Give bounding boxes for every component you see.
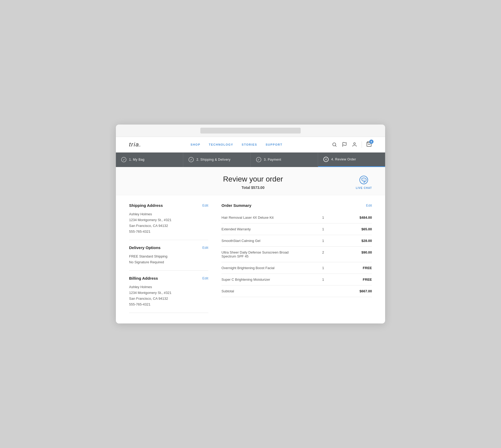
svg-point-3	[354, 142, 356, 144]
item-name-1: Extended Warranty	[221, 227, 295, 231]
step-bag[interactable]: ✓ 1. My Bag	[116, 152, 183, 167]
total-value: $573.00	[251, 185, 264, 190]
item-price-2: $28.00	[351, 239, 372, 243]
shipping-address-edit[interactable]: Edit	[202, 203, 208, 207]
item-price-3: $90.00	[351, 250, 372, 254]
browser-bar	[116, 125, 385, 137]
user-icon[interactable]	[352, 142, 357, 147]
order-item-0: Hair Removal Laser 4X Deluxe Kit 1 $484.…	[221, 212, 372, 223]
total-label: Total	[242, 185, 250, 190]
item-qty-4: 1	[319, 266, 327, 270]
item-name-5: Super C Brightening Moisturizer	[221, 278, 295, 282]
svg-point-0	[333, 143, 336, 146]
item-price-0: $484.00	[351, 216, 372, 220]
subtotal-label: Subtotal	[221, 289, 234, 293]
order-item-3: Ultra Sheer Daily Defense Sunscreen Broa…	[221, 247, 372, 262]
search-icon[interactable]	[332, 142, 337, 147]
order-summary-title: Order Summary	[221, 203, 251, 208]
step-bag-check: ✓	[121, 157, 126, 162]
checkout-steps: ✓ 1. My Bag ✓ 2. Shipping & Delivery ✓ 3…	[116, 152, 385, 167]
main-content: Shipping Address Edit Ashley Holmes 1234…	[116, 195, 385, 324]
page-title: Review your order	[150, 175, 356, 183]
delivery-options-header: Delivery Options Edit	[129, 245, 208, 250]
order-summary-edit[interactable]: Edit	[366, 203, 372, 207]
step-payment[interactable]: ✓ 3. Payment	[251, 152, 318, 167]
nav-icons: 6	[332, 141, 372, 148]
step-shipping[interactable]: ✓ 2. Shipping & Delivery	[183, 152, 250, 167]
item-name-2: SmoothStart Calming Gel	[221, 239, 295, 243]
live-chat-button[interactable]: LIVE CHAT	[356, 175, 372, 189]
live-chat-label: LIVE CHAT	[356, 187, 372, 189]
item-name-0: Hair Removal Laser 4X Deluxe Kit	[221, 216, 295, 220]
shipping-address-details: Ashley Holmes 1234 Montgomery St., #321 …	[129, 211, 208, 235]
nav-link-stories[interactable]: STORIES	[242, 143, 257, 146]
shipping-address-title: Shipping Address	[129, 203, 163, 208]
item-price-5: FREE	[351, 278, 372, 282]
item-name-3: Ultra Sheer Daily Defense Sunscreen Broa…	[221, 250, 295, 258]
shipping-address-section: Shipping Address Edit Ashley Holmes 1234…	[129, 203, 208, 240]
nav-link-technology[interactable]: TECHNOLOGY	[209, 143, 233, 146]
billing-address-title: Billing Address	[129, 276, 158, 280]
shipping-address-header: Shipping Address Edit	[129, 203, 208, 208]
flag-icon[interactable]	[342, 142, 347, 147]
item-price-4: FREE	[351, 266, 372, 270]
right-column: Order Summary Edit Hair Removal Laser 4X…	[221, 203, 372, 313]
navbar: tria. SHOP TECHNOLOGY STORIES SUPPORT	[116, 137, 385, 152]
shipping-street: 1234 Montgomery St., #321	[129, 217, 208, 223]
order-item-4: Overnight Brightening Boost Facial 1 FRE…	[221, 262, 372, 274]
step-review-label: 4. Review Order	[331, 158, 356, 161]
item-qty-2: 1	[319, 239, 327, 243]
delivery-options-title: Delivery Options	[129, 245, 160, 250]
svg-line-1	[335, 145, 337, 146]
step-payment-label: 3. Payment	[264, 158, 281, 161]
billing-city: San Francisco, CA 94132	[129, 296, 208, 302]
logo: tria.	[129, 141, 141, 148]
browser-window: tria. SHOP TECHNOLOGY STORIES SUPPORT	[116, 125, 385, 324]
item-name-4: Overnight Brightening Boost Facial	[221, 266, 295, 270]
order-item-2: SmoothStart Calming Gel 1 $28.00	[221, 235, 372, 247]
delivery-options-details: FREE Standard Shipping No Signature Requ…	[129, 254, 208, 265]
step-review-check: 4	[323, 157, 329, 162]
step-review[interactable]: 4 4. Review Order	[318, 152, 385, 167]
billing-phone: 555-765-4321	[129, 302, 208, 307]
signature-requirement: No Signature Required	[129, 259, 208, 265]
page-header: Review your order Total $573.00 LIVE CHA…	[116, 167, 385, 195]
subtotal-row: Subtotal $667.00	[221, 285, 372, 297]
billing-street: 1234 Montgomery St., #321	[129, 290, 208, 296]
shipping-city: San Francisco, CA 94132	[129, 223, 208, 229]
cart-badge: 6	[369, 140, 374, 144]
shipping-type: FREE Standard Shipping	[129, 254, 208, 259]
shipping-phone: 555-765-4321	[129, 229, 208, 235]
item-qty-3: 2	[319, 250, 327, 254]
item-price-1: $65.00	[351, 227, 372, 231]
billing-address-header: Billing Address Edit	[129, 276, 208, 280]
step-payment-check: ✓	[256, 157, 261, 162]
address-bar	[200, 128, 301, 134]
subtotal-value: $667.00	[360, 289, 372, 293]
billing-address-section: Billing Address Edit Ashley Holmes 1234 …	[129, 271, 208, 313]
item-qty-5: 1	[319, 278, 327, 282]
page-total: Total $573.00	[150, 185, 356, 190]
nav-divider	[362, 141, 362, 148]
page-header-content: Review your order Total $573.00	[150, 175, 356, 190]
billing-address-details: Ashley Holmes 1234 Montgomery St., #321 …	[129, 284, 208, 307]
order-item-5: Super C Brightening Moisturizer 1 FREE	[221, 274, 372, 285]
step-shipping-check: ✓	[188, 157, 194, 162]
order-item-1: Extended Warranty 1 $65.00	[221, 223, 372, 235]
cart-icon-wrapper[interactable]: 6	[366, 141, 372, 148]
live-chat-icon	[358, 175, 369, 185]
nav-links: SHOP TECHNOLOGY STORIES SUPPORT	[191, 143, 282, 146]
shipping-name: Ashley Holmes	[129, 211, 208, 217]
step-bag-label: 1. My Bag	[129, 158, 145, 161]
left-column: Shipping Address Edit Ashley Holmes 1234…	[129, 203, 208, 313]
delivery-options-edit[interactable]: Edit	[202, 246, 208, 250]
nav-link-support[interactable]: SUPPORT	[266, 143, 282, 146]
order-summary-header: Order Summary Edit	[221, 203, 372, 208]
step-shipping-label: 2. Shipping & Delivery	[196, 158, 230, 161]
item-qty-1: 1	[319, 227, 327, 231]
item-qty-0: 1	[319, 216, 327, 220]
billing-name: Ashley Holmes	[129, 284, 208, 290]
nav-link-shop[interactable]: SHOP	[191, 143, 200, 146]
billing-address-edit[interactable]: Edit	[202, 276, 208, 280]
delivery-options-section: Delivery Options Edit FREE Standard Ship…	[129, 240, 208, 271]
